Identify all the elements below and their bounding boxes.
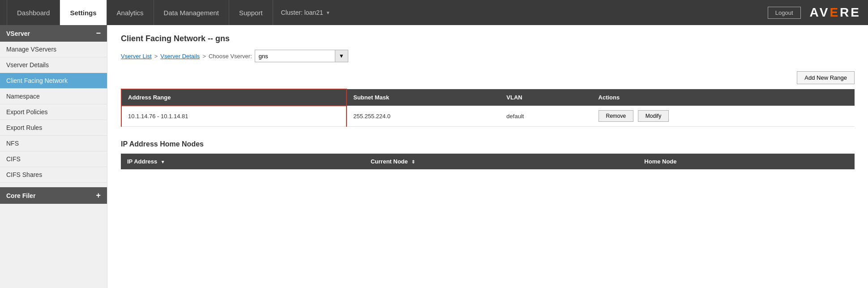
topbar-left: Dashboard Settings Analytics Data Manage… [7,0,330,25]
ip-col-header-current-node: Current Node ⇕ [364,154,638,169]
logo-e: E [830,5,840,20]
vserver-select-input[interactable] [255,50,335,62]
cell-subnet-mask: 255.255.224.0 [346,106,500,127]
vserver-section-header: VServer − [0,25,107,42]
table-row: 10.1.14.76 - 10.1.14.81 255.255.224.0 de… [121,106,855,127]
logo-av: AV [810,5,830,20]
logout-button[interactable]: Logout [768,7,801,19]
ip-address-table: IP Address ▼ Current Node ⇕ Home Node [121,154,855,169]
ip-col-header-home-node: Home Node [638,154,855,169]
tab-settings[interactable]: Settings [60,0,107,25]
topbar-right: Logout AVERE [768,5,861,20]
vserver-select-wrapper: ▼ [255,50,348,62]
breadcrumb-vserver-details[interactable]: Vserver Details [160,53,200,60]
cluster-selector[interactable]: Cluster: loan21 ▼ [281,9,330,16]
address-range-table: Address Range Subnet Mask VLAN Actions 1… [121,89,855,127]
sidebar-item-vserver-details[interactable]: Vserver Details [0,57,107,73]
col-header-subnet-mask: Subnet Mask [346,89,500,106]
sidebar-item-cifs[interactable]: CIFS [0,151,107,167]
col-header-actions: Actions [592,89,855,106]
breadcrumb: Vserver List > Vserver Details > Choose … [121,50,855,62]
cluster-label: Cluster: loan21 [281,9,323,16]
sidebar-item-nfs[interactable]: NFS [0,136,107,151]
vserver-select-dropdown-btn[interactable]: ▼ [335,50,348,62]
col-header-vlan: VLAN [500,89,592,106]
cell-address-range: 10.1.14.76 - 10.1.14.81 [121,106,346,127]
tab-data-management[interactable]: Data Management [154,0,229,25]
core-filer-expand-icon[interactable]: + [96,191,101,200]
content-wrapper: VServer − Manage VServers Vserver Detail… [0,25,868,288]
breadcrumb-sep1: > [154,53,158,60]
vserver-collapse-icon[interactable]: − [96,29,101,38]
ip-section-title: IP Address Home Nodes [121,140,855,148]
core-filer-section-header: Core Filer + [0,187,107,204]
topbar: Dashboard Settings Analytics Data Manage… [0,0,868,25]
cell-actions: Remove Modify [592,106,855,127]
col-header-address-range: Address Range [121,89,346,106]
tab-analytics[interactable]: Analytics [107,0,154,25]
modify-button[interactable]: Modify [638,110,669,122]
logo-re: RE [840,5,861,20]
cluster-dropdown-arrow: ▼ [326,10,330,15]
add-new-range-button[interactable]: Add New Range [797,71,855,84]
breadcrumb-sep2: > [202,53,206,60]
breadcrumb-vserver-list[interactable]: Vserver List [121,53,152,60]
sidebar-item-cifs-shares[interactable]: CIFS Shares [0,167,107,183]
sidebar-item-export-policies[interactable]: Export Policies [0,104,107,120]
avere-logo: AVERE [810,5,861,20]
tab-support[interactable]: Support [229,0,273,25]
core-filer-section-label: Core Filer [6,192,35,199]
page-title: Client Facing Network -- gns [121,34,855,43]
ip-col-header-ip-address: IP Address ▼ [121,154,364,169]
remove-button[interactable]: Remove [599,110,634,122]
sidebar-item-manage-vservers[interactable]: Manage VServers [0,42,107,57]
sidebar-item-export-rules[interactable]: Export Rules [0,120,107,136]
sidebar: VServer − Manage VServers Vserver Detail… [0,25,107,288]
choose-vserver-label: Choose Vserver: [209,53,252,60]
sidebar-item-namespace[interactable]: Namespace [0,89,107,104]
vserver-section-label: VServer [6,30,30,37]
main-content: Client Facing Network -- gns Vserver Lis… [107,25,868,288]
sidebar-item-client-facing-network[interactable]: Client Facing Network [0,73,107,89]
tab-dashboard[interactable]: Dashboard [7,0,60,25]
current-node-sort-icon[interactable]: ⇕ [411,159,415,164]
add-range-wrapper: Add New Range [121,71,855,89]
cell-vlan: default [500,106,592,127]
ip-address-sort-icon[interactable]: ▼ [161,159,165,164]
